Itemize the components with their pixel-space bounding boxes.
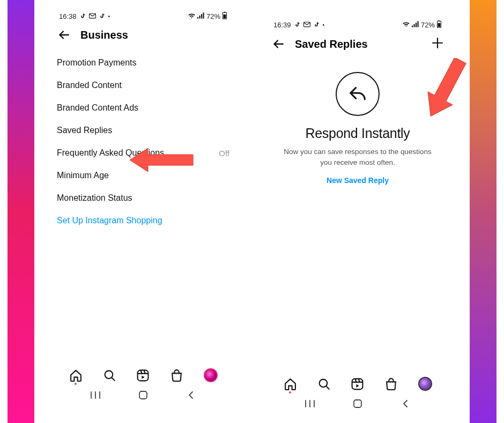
battery-icon — [222, 12, 227, 20]
tiktok-icon — [294, 21, 300, 28]
back-button[interactable] — [271, 37, 285, 51]
status-bar: 16:38 • 72% — [50, 8, 236, 23]
svg-rect-14 — [416, 23, 417, 27]
nav-profile[interactable] — [204, 368, 218, 382]
battery-icon — [436, 20, 442, 29]
tiktok-icon — [80, 13, 86, 20]
menu-item-shopping-link[interactable]: Set Up Instagram Shopping — [56, 209, 231, 232]
menu-item-promotion-payments[interactable]: Promotion Payments — [56, 52, 231, 74]
add-button[interactable] — [431, 37, 444, 52]
page-title: Saved Replies — [295, 38, 368, 50]
menu-label: Monetization Status — [57, 193, 132, 203]
menu-label: Frequently Asked Questions — [57, 148, 164, 158]
decorative-gradient-left — [8, 0, 34, 423]
screen-header: Saved Replies — [265, 31, 450, 56]
status-time: 16:39 — [273, 21, 291, 29]
nav-home[interactable] — [69, 368, 83, 382]
new-saved-reply-link[interactable]: New Saved Reply — [327, 176, 389, 185]
phone-screenshot-saved-replies: 16:39 • 72% — [265, 16, 450, 413]
empty-description: Now you can save responses to the questi… — [283, 147, 433, 167]
wifi-icon — [188, 12, 196, 20]
nav-reels[interactable] — [351, 377, 365, 391]
menu-item-minimum-age[interactable]: Minimum Age — [56, 164, 231, 187]
mms-icon — [89, 13, 96, 20]
nav-search[interactable] — [317, 377, 331, 391]
menu-label: Branded Content Ads — [57, 103, 138, 113]
svg-rect-15 — [417, 21, 418, 27]
svg-rect-21 — [354, 400, 361, 407]
nav-home-dot-icon — [289, 391, 291, 393]
status-bar: 16:39 • 72% — [265, 16, 450, 31]
app-bottom-nav — [50, 365, 236, 385]
menu-label: Promotion Payments — [57, 58, 137, 68]
signal-icon — [412, 21, 419, 28]
nav-shop[interactable] — [384, 377, 398, 391]
svg-rect-4 — [203, 12, 204, 18]
decorative-gradient-right — [470, 0, 496, 423]
back-button[interactable] — [57, 28, 71, 42]
phone-screenshot-business: 16:38 • 72% — [50, 8, 236, 405]
svg-rect-1 — [197, 17, 198, 19]
menu-item-saved-replies[interactable]: Saved Replies — [56, 119, 231, 142]
android-nav-bar — [265, 396, 450, 411]
reply-icon — [336, 72, 380, 116]
svg-rect-2 — [199, 16, 200, 19]
android-recents[interactable] — [90, 390, 101, 400]
svg-rect-3 — [201, 14, 202, 18]
avatar-icon — [204, 368, 218, 382]
svg-rect-20 — [352, 378, 363, 389]
menu-item-branded-content[interactable]: Branded Content — [56, 74, 231, 97]
wifi-icon — [402, 21, 410, 28]
svg-rect-7 — [224, 14, 226, 18]
empty-state: Respond Instantly Now you can save respo… — [265, 56, 450, 185]
tiktok-icon-2 — [314, 21, 320, 28]
svg-rect-12 — [412, 26, 413, 27]
android-home[interactable] — [138, 390, 149, 400]
page-title: Business — [80, 29, 128, 41]
tiktok-icon-2 — [99, 13, 105, 20]
status-time: 16:38 — [59, 12, 77, 20]
svg-rect-18 — [438, 23, 441, 27]
nav-search[interactable] — [102, 368, 116, 382]
nav-home-dot-icon — [75, 383, 77, 385]
status-dot: • — [108, 13, 110, 19]
svg-rect-9 — [138, 370, 149, 381]
menu-item-faq[interactable]: Frequently Asked Questions Off — [56, 142, 231, 164]
status-dot: • — [323, 22, 325, 28]
android-back[interactable] — [400, 398, 411, 409]
menu-item-branded-content-ads[interactable]: Branded Content Ads — [56, 97, 231, 119]
nav-profile[interactable] — [418, 377, 432, 391]
android-home[interactable] — [352, 398, 363, 409]
nav-shop[interactable] — [170, 368, 184, 382]
android-recents[interactable] — [305, 398, 315, 409]
nav-home[interactable] — [283, 377, 297, 391]
menu-item-monetization-status[interactable]: Monetization Status — [56, 187, 231, 209]
menu-label: Set Up Instagram Shopping — [57, 216, 162, 225]
svg-rect-10 — [139, 391, 147, 399]
mms-icon — [303, 21, 310, 28]
content-stage: 16:38 • 72% — [34, 0, 470, 423]
empty-title: Respond Instantly — [305, 126, 410, 141]
menu-status: Off — [219, 149, 229, 158]
menu-label: Saved Replies — [57, 126, 112, 135]
nav-reels[interactable] — [136, 368, 150, 382]
menu-label: Minimum Age — [57, 171, 109, 180]
battery-text: 72% — [421, 21, 435, 29]
menu-label: Branded Content — [57, 81, 122, 90]
settings-menu: Promotion Payments Branded Content Brand… — [50, 46, 236, 232]
android-nav-bar — [50, 388, 236, 403]
screen-header: Business — [50, 23, 236, 46]
battery-text: 72% — [206, 12, 220, 20]
avatar-icon — [418, 377, 432, 391]
signal-icon — [197, 12, 205, 20]
svg-rect-13 — [413, 24, 414, 27]
app-bottom-nav — [265, 374, 450, 394]
android-back[interactable] — [186, 390, 196, 400]
